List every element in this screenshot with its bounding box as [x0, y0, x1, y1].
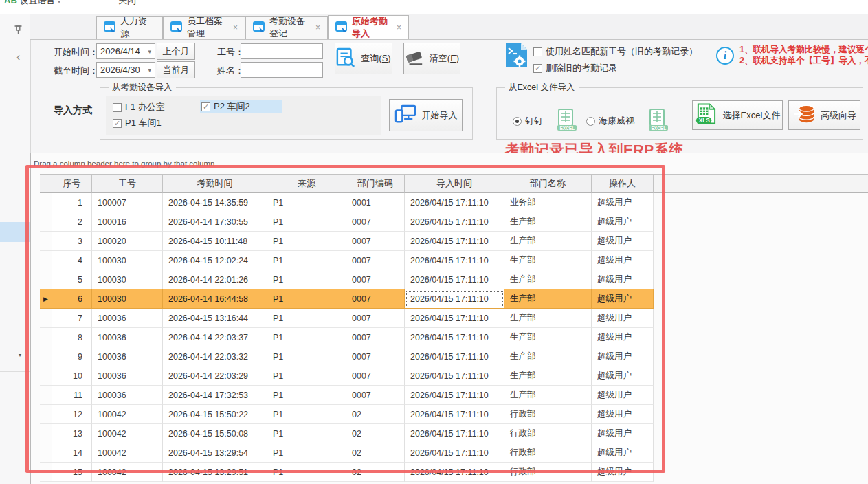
table-cell[interactable]: 超级用户 [592, 289, 654, 309]
table-cell[interactable]: P1 [267, 347, 346, 366]
table-row[interactable]: 31000202026-04-15 10:11:48P100072026/04/… [40, 232, 868, 251]
table-cell[interactable]: 0007 [346, 386, 405, 405]
table-cell[interactable]: 2026-04-14 17:32:53 [163, 386, 267, 405]
table-cell[interactable]: 2026-04-14 16:44:58 [163, 289, 267, 309]
table-cell[interactable]: 超级用户 [592, 309, 654, 328]
pin-icon[interactable] [14, 25, 23, 38]
table-cell[interactable]: 12 [52, 405, 92, 424]
table-cell[interactable]: 超级用户 [592, 232, 654, 251]
table-cell[interactable]: 超级用户 [592, 251, 654, 270]
table-cell[interactable]: P1 [267, 463, 346, 482]
table-row[interactable]: 91000362026-04-14 22:03:32P100072026/04/… [40, 347, 868, 366]
device-checkbox-F1 办公室[interactable]: F1 办公室 [113, 101, 165, 113]
choose-excel-button[interactable]: XLS 选择Excel文件 [692, 100, 783, 130]
table-cell[interactable]: 9 [52, 347, 92, 366]
column-header-来源[interactable]: 来源 [267, 174, 346, 193]
close-menu-label[interactable]: 关闭 [118, 0, 136, 7]
table-cell[interactable]: 生产部 [504, 251, 592, 270]
table-cell[interactable]: 2 [52, 212, 92, 232]
table-cell[interactable]: 2026/04/15 17:11:10 [405, 386, 504, 405]
table-cell[interactable]: P1 [267, 386, 346, 405]
start-import-button[interactable]: 开始导入 [389, 99, 463, 131]
table-cell[interactable]: P1 [267, 212, 346, 232]
prev-month-button[interactable]: 上个月 [157, 43, 195, 60]
table-cell[interactable]: 0007 [346, 309, 405, 328]
column-header-考勤时间[interactable]: 考勤时间 [163, 174, 267, 193]
table-cell[interactable]: 2026-04-14 22:03:37 [163, 328, 267, 347]
table-cell[interactable]: 2026-04-15 13:29:54 [163, 443, 267, 463]
table-cell[interactable]: 100036 [92, 366, 163, 386]
table-cell[interactable]: 超级用户 [592, 386, 654, 405]
name-input[interactable] [241, 62, 323, 78]
table-cell[interactable]: 2026-04-15 14:35:59 [163, 193, 267, 212]
table-cell[interactable]: 0007 [346, 251, 405, 270]
table-cell[interactable]: 超级用户 [592, 347, 654, 366]
table-cell[interactable]: 行政部 [504, 443, 592, 463]
device-checkbox-P2 车间2[interactable]: ✓P2 车间2 [200, 100, 282, 113]
table-cell[interactable]: 2026-04-15 12:02:24 [163, 251, 267, 270]
table-cell[interactable]: 100030 [92, 289, 163, 309]
tab-人力资源[interactable]: 人力资源 [96, 16, 163, 38]
table-cell[interactable]: 2026-04-15 13:29:51 [163, 463, 267, 482]
table-cell[interactable]: P1 [267, 443, 346, 463]
table-cell[interactable]: 02 [346, 463, 405, 482]
column-header-导入时间[interactable]: 导入时间 [405, 174, 504, 193]
table-cell[interactable]: 2026-04-14 17:30:55 [163, 212, 267, 232]
table-cell[interactable]: 4 [52, 251, 92, 270]
table-cell[interactable]: 100036 [92, 347, 163, 366]
table-cell[interactable]: 0007 [346, 289, 405, 309]
table-cell[interactable]: 0007 [346, 347, 405, 366]
table-cell[interactable]: 生产部 [504, 347, 592, 366]
table-cell[interactable]: 5 [52, 270, 92, 289]
table-cell[interactable]: 13 [52, 424, 92, 443]
table-cell[interactable]: 2026-04-15 13:16:44 [163, 309, 267, 328]
table-cell[interactable]: P1 [267, 289, 346, 309]
table-cell[interactable]: 2026/04/15 17:11:10 [405, 289, 504, 309]
table-cell[interactable]: P1 [267, 232, 346, 251]
table-cell[interactable]: 生产部 [504, 328, 592, 347]
table-cell[interactable]: 0007 [346, 212, 405, 232]
table-cell[interactable]: 100030 [92, 251, 163, 270]
table-row[interactable]: 101000362026-04-14 22:03:29P100072026/04… [40, 366, 868, 386]
tab-考勤设备登记[interactable]: 考勤设备登记× [245, 16, 328, 38]
table-cell[interactable]: 0001 [346, 193, 405, 212]
query-button[interactable]: 查询(S) [335, 43, 392, 74]
table-cell[interactable]: 6 [52, 289, 92, 309]
table-row[interactable]: 131000422026-04-15 15:50:08P1022026/04/1… [40, 424, 868, 443]
table-cell[interactable]: 100030 [92, 270, 163, 289]
table-cell[interactable]: 超级用户 [592, 463, 654, 482]
table-cell[interactable]: 0007 [346, 232, 405, 251]
table-cell[interactable]: 100042 [92, 463, 163, 482]
table-cell[interactable]: 7 [52, 309, 92, 328]
table-cell[interactable]: 2026-04-15 15:50:08 [163, 424, 267, 443]
table-cell[interactable]: 02 [346, 443, 405, 463]
table-cell[interactable]: 3 [52, 232, 92, 251]
emp-no-input[interactable] [241, 43, 323, 59]
table-cell[interactable]: 100042 [92, 424, 163, 443]
table-cell[interactable]: P1 [267, 309, 346, 328]
table-cell[interactable]: 0007 [346, 270, 405, 289]
table-row[interactable]: 151000422026-04-15 13:29:51P1022026/04/1… [40, 463, 868, 482]
table-cell[interactable]: 0007 [346, 366, 405, 386]
table-cell[interactable]: P1 [267, 251, 346, 270]
table-cell[interactable]: 业务部 [504, 193, 592, 212]
table-cell[interactable]: 2026/04/15 17:11:10 [405, 270, 504, 289]
table-cell[interactable]: 100042 [92, 405, 163, 424]
device-checkbox-P1 车间1[interactable]: ✓P1 车间1 [113, 117, 162, 129]
table-cell[interactable]: 2026/04/15 17:11:10 [405, 193, 504, 212]
table-cell[interactable]: 100036 [92, 386, 163, 405]
table-row[interactable]: 141000422026-04-15 13:29:54P1022026/04/1… [40, 443, 868, 463]
table-cell[interactable]: 2026/04/15 17:11:10 [405, 463, 504, 482]
table-cell[interactable]: P1 [267, 270, 346, 289]
table-cell[interactable]: 超级用户 [592, 212, 654, 232]
table-cell[interactable]: 行政部 [504, 424, 592, 443]
table-cell[interactable]: 2026-04-14 22:01:26 [163, 270, 267, 289]
clear-button[interactable]: 清空(E) [403, 43, 460, 74]
table-cell[interactable]: 1 [52, 193, 92, 212]
table-cell[interactable]: 2026/04/15 17:11:10 [405, 212, 504, 232]
table-cell[interactable]: 100020 [92, 232, 163, 251]
table-cell[interactable]: 100016 [92, 212, 163, 232]
close-icon[interactable]: × [315, 23, 320, 32]
table-cell[interactable]: P1 [267, 193, 346, 212]
column-header-部门名称[interactable]: 部门名称 [504, 174, 592, 193]
